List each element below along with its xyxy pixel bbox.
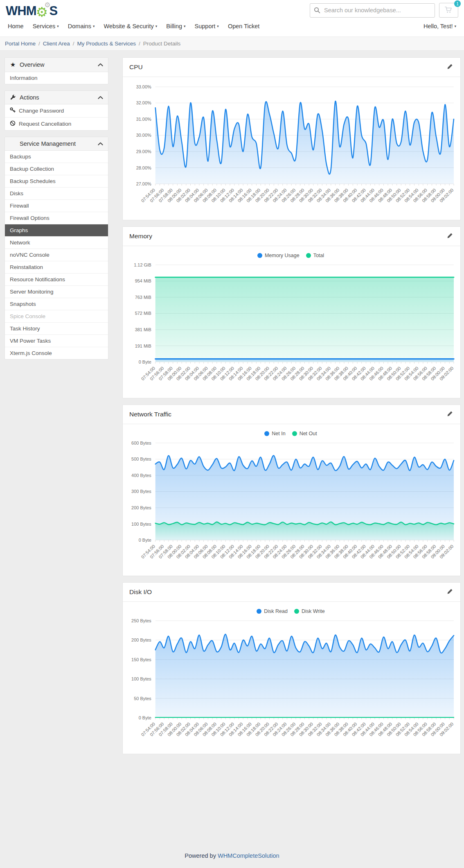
user-menu[interactable]: Hello, Test!▾: [419, 20, 461, 32]
sidebar-item-backups[interactable]: Backups: [5, 151, 108, 163]
topbar-right: 1: [310, 3, 458, 18]
wrench-icon: [10, 95, 16, 101]
svg-text:200 Bytes: 200 Bytes: [131, 505, 151, 510]
cart-button[interactable]: 1: [439, 3, 458, 18]
sidebar-item-snapshots[interactable]: Snapshots: [5, 298, 108, 310]
svg-text:600 Bytes: 600 Bytes: [131, 440, 151, 445]
breadcrumb-link-client-area[interactable]: Client Area: [43, 41, 70, 47]
breadcrumb: Portal Home/Client Area/My Products & Se…: [0, 36, 464, 51]
edit-button-disk[interactable]: [446, 588, 454, 597]
sidebar-item-label: VM Power Tasks: [10, 338, 51, 344]
nav-item-website-security[interactable]: Website & Security▾: [99, 20, 162, 32]
sidebar-item-disks[interactable]: Disks: [5, 188, 108, 200]
legend-item-total[interactable]: Total: [306, 253, 324, 258]
card-memory: MemoryMemory UsageTotal1.12 GiB954 MiB76…: [122, 226, 461, 398]
sidebar-item-label: Network: [10, 240, 30, 246]
sidebar-item-spice-console[interactable]: Spice Console: [5, 310, 108, 323]
sidebar-item-xterm-js-console[interactable]: Xterm.js Console: [5, 347, 108, 359]
sidebar-item-novnc-console[interactable]: noVNC Console: [5, 249, 108, 261]
whmcs-logo[interactable]: WHM⚙⚙S: [6, 3, 57, 17]
sidebar-item-label: Request Cancellation: [19, 121, 71, 127]
legend-label: Disk Read: [264, 608, 288, 614]
legend-label: Total: [313, 253, 324, 258]
nav-item-services[interactable]: Services▾: [28, 20, 63, 32]
sidebar-panel-header-overview[interactable]: ★Overview: [5, 58, 108, 72]
sidebar-item-graphs[interactable]: Graphs: [5, 224, 108, 237]
svg-text:250 Bytes: 250 Bytes: [131, 618, 151, 623]
sidebar-item-server-monitoring[interactable]: Server Monitoring: [5, 286, 108, 298]
whmcompletesolution-link[interactable]: WHMCompleteSolution: [218, 852, 279, 859]
legend-item-memory-usage[interactable]: Memory Usage: [257, 253, 300, 258]
sidebar-item-information[interactable]: Information: [5, 72, 108, 84]
gear-small-icon: ⚙: [44, 2, 50, 9]
sidebar-item-request-cancellation[interactable]: Request Cancellation: [5, 118, 108, 130]
sidebar-panel-title: Overview: [20, 61, 98, 68]
nav-item-domains[interactable]: Domains▾: [63, 20, 99, 32]
sidebar-panel-items: Information: [5, 72, 108, 84]
legend-dot-icon: [257, 253, 262, 258]
svg-text:28.00%: 28.00%: [136, 165, 151, 170]
card-body-memory: Memory UsageTotal1.12 GiB954 MiB763 MiB5…: [123, 246, 460, 398]
edit-button-memory[interactable]: [446, 232, 454, 241]
svg-text:31.00%: 31.00%: [136, 117, 151, 122]
sidebar-item-task-history[interactable]: Task History: [5, 323, 108, 335]
sidebar-panel-service-management: Service ManagementBackupsBackup Collecti…: [5, 137, 108, 359]
edit-button-cpu[interactable]: [446, 63, 454, 72]
svg-text:200 Bytes: 200 Bytes: [131, 638, 151, 643]
svg-text:0 Byte: 0 Byte: [139, 538, 151, 542]
ban-icon: [10, 120, 16, 127]
sidebar-item-change-password[interactable]: Change Password: [5, 104, 108, 118]
chart-legend-network: Net InNet Out: [125, 428, 456, 437]
svg-text:27.00%: 27.00%: [136, 181, 151, 186]
sidebar-item-vm-power-tasks[interactable]: VM Power Tasks: [5, 335, 108, 347]
nav-item-support[interactable]: Support▾: [190, 20, 223, 32]
breadcrumb-link-my-products-services[interactable]: My Products & Services: [77, 41, 136, 47]
sidebar-item-backup-collection[interactable]: Backup Collection: [5, 163, 108, 175]
nav-item-open-ticket[interactable]: Open Ticket: [223, 20, 264, 32]
legend-item-net-in[interactable]: Net In: [264, 431, 285, 436]
sidebar-item-backup-schedules[interactable]: Backup Schedules: [5, 175, 108, 188]
card-body-network: Net InNet Out600 Bytes500 Bytes400 Bytes…: [123, 424, 460, 576]
search-input[interactable]: [310, 3, 435, 18]
cart-count-badge: 1: [454, 0, 461, 7]
nav-item-billing[interactable]: Billing▾: [162, 20, 190, 32]
logo-gear-icon: ⚙⚙: [36, 3, 49, 17]
sidebar-item-reinstallation[interactable]: Reinstallation: [5, 261, 108, 274]
chart-legend-memory: Memory UsageTotal: [125, 250, 456, 259]
legend-label: Net In: [272, 431, 285, 436]
breadcrumb-link-portal-home[interactable]: Portal Home: [5, 41, 36, 47]
caret-down-icon: ▾: [454, 24, 456, 28]
sidebar-panel-title: Service Management: [20, 140, 98, 147]
legend-item-disk-read[interactable]: Disk Read: [257, 608, 288, 614]
legend-dot-icon: [292, 431, 297, 436]
sidebar-item-label: Snapshots: [10, 301, 36, 307]
svg-text:191 MiB: 191 MiB: [135, 343, 151, 348]
sidebar-panel-header-actions[interactable]: Actions: [5, 91, 108, 104]
sidebar-item-label: Graphs: [10, 227, 28, 233]
sidebar-item-resource-notifications[interactable]: Resource Notifications: [5, 274, 108, 286]
chart-cpu: 33.00%32.00%31.00%30.00%29.00%28.00%27.0…: [125, 81, 456, 219]
edit-button-network[interactable]: [446, 410, 454, 419]
sidebar-item-firewall-options[interactable]: Firewall Options: [5, 212, 108, 224]
svg-text:763 MiB: 763 MiB: [135, 295, 151, 300]
pencil-icon: [447, 588, 453, 596]
content-area: ★OverviewInformationActionsChange Passwo…: [0, 51, 464, 846]
cart-icon: [445, 6, 453, 15]
chart-network: 600 Bytes500 Bytes400 Bytes300 Bytes200 …: [125, 437, 456, 575]
charts-column: CPU33.00%32.00%31.00%30.00%29.00%28.00%2…: [122, 57, 461, 760]
sidebar-panel-header-service-management[interactable]: Service Management: [5, 137, 108, 151]
sidebar-item-label: Task History: [10, 326, 40, 332]
legend-item-disk-write[interactable]: Disk Write: [294, 608, 325, 614]
search-icon: [314, 7, 320, 15]
legend-item-net-out[interactable]: Net Out: [292, 431, 317, 436]
sidebar-panel-overview: ★OverviewInformation: [5, 57, 108, 84]
legend-label: Disk Write: [302, 608, 325, 614]
pencil-icon: [447, 411, 453, 418]
legend-dot-icon: [264, 431, 269, 436]
page: WHM⚙⚙S 1 HomeServices▾Domains▾Website & …: [0, 0, 464, 868]
sidebar-item-label: Spice Console: [10, 313, 45, 319]
sidebar-item-firewall[interactable]: Firewall: [5, 200, 108, 212]
nav-item-home[interactable]: Home: [3, 20, 28, 32]
sidebar-item-network[interactable]: Network: [5, 237, 108, 249]
card-title-disk: Disk I/O: [129, 588, 152, 596]
